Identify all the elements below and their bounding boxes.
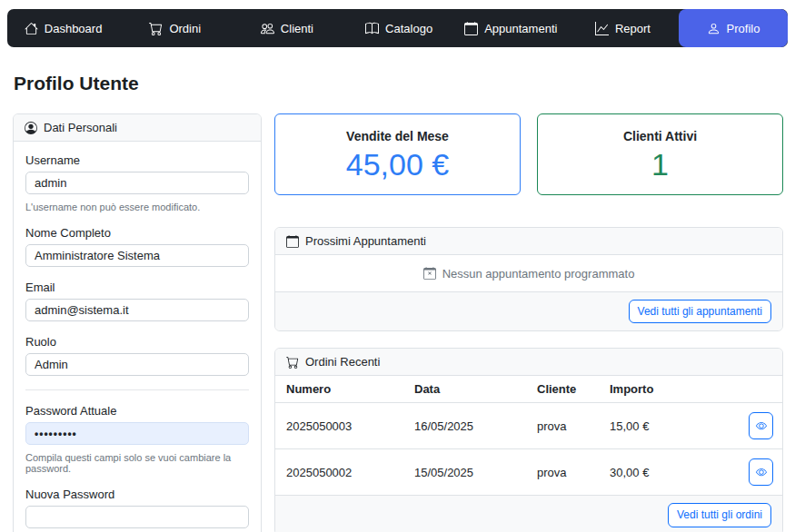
monthly-sales-title: Vendite del Mese (284, 129, 511, 143)
nav-item-report[interactable]: Report (567, 9, 679, 47)
view-order-button[interactable] (749, 458, 773, 486)
recent-orders-card-footer: Vedi tutti gli ordini (275, 495, 782, 532)
order-amount: 15,00 € (602, 403, 737, 449)
calendar-icon (286, 235, 299, 248)
personal-data-card-body: Username L'username non può essere modif… (14, 142, 261, 532)
page-title: Profilo Utente (14, 73, 795, 94)
order-date: 16/05/2025 (407, 403, 530, 449)
column-header-data: Data (407, 376, 530, 403)
new-password-field[interactable] (25, 506, 249, 528)
role-field[interactable] (25, 353, 249, 376)
active-clients-title: Clienti Attivi (547, 129, 773, 143)
nav-item-dashboard[interactable]: Dashboard (7, 9, 119, 47)
eye-icon (756, 467, 767, 478)
person-circle-icon (25, 122, 37, 134)
dashboard-column: Vendite del Mese 45,00 € Clienti Attivi … (274, 113, 783, 532)
full-name-field[interactable] (25, 244, 249, 267)
username-label: Username (25, 153, 249, 167)
book-icon (365, 22, 379, 35)
order-amount: 30,00 € (602, 449, 737, 496)
card-header-label: Dati Personali (44, 121, 117, 134)
nav-item-profilo[interactable]: Profilo (679, 9, 788, 47)
column-header-actions (737, 376, 782, 403)
order-date: 15/05/2025 (407, 449, 530, 496)
column-header-importo: Importo (602, 376, 737, 403)
appointments-empty-text: Nessun appuntamento programmato (442, 267, 635, 281)
view-order-button[interactable] (749, 412, 773, 439)
calendar-icon (464, 22, 478, 35)
current-password-field[interactable] (25, 422, 249, 445)
table-header-row: Numero Data Cliente Importo (275, 376, 782, 403)
nav-label: Report (615, 22, 651, 35)
nav-item-clienti[interactable]: Clienti (231, 9, 343, 47)
cart-icon (286, 356, 299, 369)
table-row: 2025050002 15/05/2025 prova 30,00 € (275, 449, 782, 496)
card-header-label: Ordini Recenti (305, 355, 380, 369)
nav-label: Clienti (281, 22, 313, 35)
nav-label: Catalogo (385, 22, 432, 35)
recent-orders-card: Ordini Recenti Numero Data Cliente Impor… (274, 348, 783, 532)
nav-item-catalogo[interactable]: Catalogo (343, 9, 455, 47)
main-navbar: Dashboard Ordini Clienti Catalogo Appunt… (7, 9, 788, 47)
username-field[interactable] (25, 172, 249, 194)
current-password-label: Password Attuale (25, 404, 249, 418)
username-help-text: L'username non può essere modificato. (25, 202, 249, 212)
order-number: 2025050003 (275, 403, 407, 449)
view-all-orders-button[interactable]: Vedi tutti gli ordini (668, 503, 771, 527)
appointments-card: Prossimi Appuntamenti Nessun appuntament… (274, 227, 783, 331)
nav-label: Profilo (727, 22, 760, 35)
active-clients-card: Clienti Attivi 1 (537, 113, 783, 195)
order-number: 2025050002 (275, 449, 407, 496)
recent-orders-table: Numero Data Cliente Importo 2025050003 1… (275, 376, 782, 495)
email-label: Email (25, 281, 249, 294)
column-header-numero: Numero (275, 376, 407, 403)
role-label: Ruolo (25, 335, 249, 349)
stats-row: Vendite del Mese 45,00 € Clienti Attivi … (274, 113, 783, 195)
table-row: 2025050003 16/05/2025 prova 15,00 € (275, 403, 782, 449)
personal-data-card-header: Dati Personali (14, 114, 261, 142)
graph-icon (595, 22, 609, 35)
form-divider (25, 389, 249, 390)
personal-data-card: Dati Personali Username L'username non p… (13, 113, 262, 532)
full-name-label: Nome Completo (25, 226, 249, 240)
nav-item-appuntamenti[interactable]: Appuntamenti (455, 9, 567, 47)
house-icon (25, 22, 38, 35)
profile-column: Dati Personali Username L'username non p… (13, 113, 262, 532)
order-client: prova (530, 449, 602, 496)
card-header-label: Prossimi Appuntamenti (305, 234, 426, 248)
appointments-empty-state: Nessun appuntamento programmato (275, 255, 782, 291)
nav-label: Appuntamenti (484, 22, 557, 35)
recent-orders-card-header: Ordini Recenti (275, 349, 782, 376)
person-icon (707, 22, 720, 35)
new-password-label: Nuova Password (25, 488, 249, 501)
calendar-x-icon (423, 267, 436, 280)
column-header-cliente: Cliente (530, 376, 602, 403)
nav-label: Ordini (169, 22, 201, 35)
monthly-sales-card: Vendite del Mese 45,00 € (274, 113, 521, 195)
monthly-sales-value: 45,00 € (284, 148, 511, 182)
email-field[interactable] (25, 299, 249, 321)
password-help-text: Compila questi campi solo se vuoi cambia… (25, 452, 249, 474)
nav-label: Dashboard (45, 22, 103, 35)
eye-icon (756, 420, 767, 431)
people-icon (261, 22, 274, 35)
nav-item-ordini[interactable]: Ordini (119, 9, 231, 47)
appointments-card-footer: Vedi tutti gli appuntamenti (275, 291, 782, 330)
appointments-card-header: Prossimi Appuntamenti (275, 228, 782, 255)
main-content: Dati Personali Username L'username non p… (0, 113, 795, 532)
order-client: prova (530, 403, 602, 449)
active-clients-value: 1 (547, 148, 773, 182)
view-all-appointments-button[interactable]: Vedi tutti gli appuntamenti (629, 300, 771, 323)
cart-icon (149, 22, 163, 35)
